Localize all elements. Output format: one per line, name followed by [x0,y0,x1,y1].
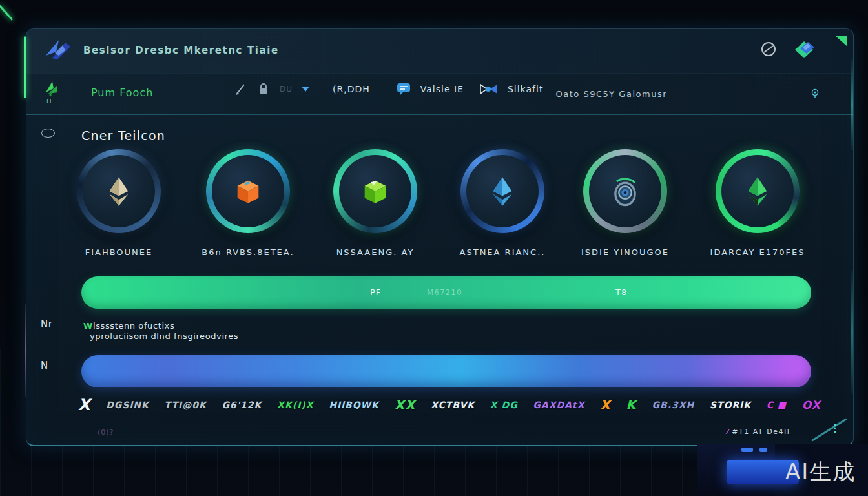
green-bar-label-left: PF [370,287,381,297]
token-card[interactable]: NSSAAENG. AY [317,149,433,257]
nav-left-label[interactable]: Pum Fooch [91,87,153,99]
partner-logo[interactable]: TTI@0K [165,400,207,410]
token-label: IDARCAY E170FES [699,247,816,257]
token-inner [721,155,794,227]
token-inner [83,155,155,227]
nav-center-group: DU (R,DDH Valsie IE Silkafit [234,82,543,96]
partner-logo[interactable]: OX [802,398,821,411]
device-light [760,448,767,452]
section-heading: Cner Teilcon [81,129,165,143]
footer-left-text: (0)? [98,428,114,437]
partner-logo-row: X DGSlNK TTI@0K G6'12K XK(I)X HIlBQWK XX… [78,393,821,417]
lock-icon[interactable] [256,82,271,96]
partner-logo[interactable]: X [78,396,91,414]
token-inner [212,155,284,227]
partner-logo[interactable]: STORlK [710,400,751,410]
green-bar-label-mid: M67210 [427,288,462,297]
oval-indicator-icon[interactable] [41,129,55,138]
lock-caption: DU [280,85,293,94]
partner-logo[interactable]: HIlBQWK [329,400,379,410]
chat-bubble-icon[interactable] [396,82,411,96]
partner-logo[interactable]: G6'12K [222,400,262,410]
token-label: ISDIE YINOUGOE [567,247,683,257]
green-progress-bar[interactable]: PF M67210 T8 [81,276,811,309]
token-label: FIAHBOUNEE [61,247,177,257]
frame-accent-teal-right [851,59,853,150]
frame-accent-green-left [24,36,26,98]
partner-logo[interactable]: DGSlNK [106,400,149,410]
frame-accent-teal-right [851,271,853,394]
app-logo-icon[interactable] [43,37,73,63]
note-line-1: Wlsssstenn ofuctixs [83,321,174,331]
footer-right-label: #T1 AT De4Il [732,428,790,436]
partner-logo[interactable]: C ■ [767,400,787,410]
partner-logo[interactable]: XX [395,397,416,413]
note-prefix: W [83,321,93,331]
nav-bar: TI Pum Fooch DU (R,DDH Valsie IE [26,73,853,115]
token-ring [206,149,290,233]
token-card[interactable]: B6n RVBS.8ETEA. [190,149,306,257]
pen-icon[interactable] [234,83,247,96]
nav-item-1[interactable]: (R,DDH [333,84,370,94]
token-inner [589,155,661,227]
frame-accent-pink-left [25,304,26,397]
chevron-down-icon[interactable] [302,87,309,92]
main-window: Beslsor Dresbc Mkeretnc Tiaie TI Pum Foo… [26,28,854,446]
sprout-badge-label: TI [46,99,52,105]
token-label: B6n RVBS.8ETEA. [190,247,306,257]
token-ring [583,149,667,233]
partner-logo[interactable]: GB.3XH [652,400,695,410]
eth-diamond-blue-icon [490,176,515,207]
green-bar-label-right: T8 [615,287,627,297]
token-card[interactable]: ASTNEA RIANC.. [444,149,561,257]
pin-icon[interactable] [811,88,820,99]
globe-slash-icon[interactable] [760,41,777,57]
eye-swirl-icon [610,174,641,208]
token-ring [716,149,800,233]
sprout-icon[interactable] [42,79,60,98]
partner-logo[interactable]: GAXDAtX [533,400,584,410]
token-label: ASTNEA RIANC.. [444,247,561,257]
cube-orange-icon [234,178,262,205]
frame-accent-triangle [836,36,847,46]
eth-diamond-green-icon [745,176,770,207]
bowtie-icon[interactable] [479,83,499,96]
partner-logo[interactable]: K [626,397,637,413]
token-label: NSSAAENG. AY [317,247,433,257]
nav-item-2[interactable]: Valsie IE [420,84,464,94]
token-card[interactable]: FIAHBOUNEE [61,149,177,257]
pen-mark-icon: ⁄ [727,428,729,436]
partner-logo[interactable]: X DG [490,400,518,410]
sidebar-label-n[interactable]: N [41,360,48,371]
note-text-1: lsssstenn ofuctixs [93,321,174,331]
nav-item-3[interactable]: Silkafit [508,84,543,94]
sidebar-label-nr[interactable]: Nr [41,318,52,330]
partner-logo[interactable]: XK(I)X [277,400,313,410]
app-title: Beslsor Dresbc Mkeretnc Tiaie [83,45,279,56]
eth-diamond-gold-icon [106,176,132,207]
token-inner [466,155,539,227]
watermark-text: AI生成 [785,457,856,487]
nav-right-label[interactable]: Oato S9C5Y Galomusr [556,89,667,99]
token-ring [460,149,544,233]
partner-logo[interactable]: XCTBVK [431,400,475,410]
token-ring [77,149,161,233]
footer-right-text[interactable]: ⁄#T1 AT De4Il [727,428,790,436]
token-card[interactable]: ISDIE YINOUGOE [567,149,683,257]
brand-diamond-icon[interactable] [791,38,817,60]
blue-progress-bar[interactable] [81,355,811,388]
token-inner [339,155,411,227]
token-card[interactable]: IDARCAY E170FES [699,149,816,257]
device-light [741,448,753,452]
token-ring [333,149,417,233]
note-line-2: yproluciisom dlnd fnsgireodvires [90,331,238,341]
header-bar: Beslsor Dresbc Mkeretnc Tiaie [26,29,853,74]
partner-logo[interactable]: X [600,397,610,413]
cube-green-icon [362,178,389,205]
